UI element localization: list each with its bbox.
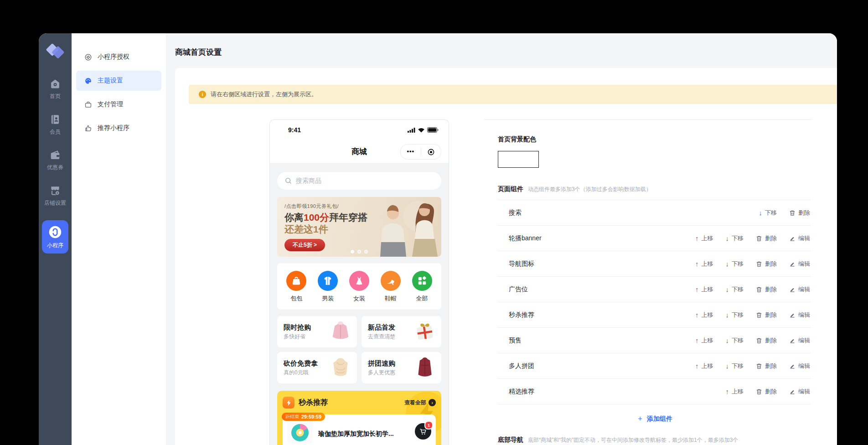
delete-action-button[interactable]: 删除 xyxy=(789,209,810,217)
flash-product-card[interactable]: 距结束 29:59:59 瑜伽垫加厚加宽加长初学... 1 xyxy=(283,414,436,445)
down-action-button[interactable]: ↓ 下移 xyxy=(726,336,744,345)
flash-bolt-icon xyxy=(283,397,294,409)
bg-color-swatch[interactable] xyxy=(498,151,539,168)
delete-action-button[interactable]: 删除 xyxy=(756,260,777,268)
down-action-button[interactable]: ↓ 下移 xyxy=(726,362,744,370)
action-label: 下移 xyxy=(732,234,744,243)
action-label: 下移 xyxy=(765,209,777,217)
sidebar-item-label: 首页 xyxy=(50,93,61,100)
category-item[interactable]: 全部 xyxy=(412,271,432,303)
sidebar-item-shop[interactable]: 店铺设置 xyxy=(39,185,72,207)
carousel-dot[interactable] xyxy=(364,250,368,254)
sidebar-item-label: 会员 xyxy=(50,128,61,136)
category-item[interactable]: 女装 xyxy=(349,271,369,303)
carousel-dot[interactable] xyxy=(357,250,361,254)
up-action-button[interactable]: ↑ 上移 xyxy=(695,362,713,370)
view-all-link[interactable]: 查看全部 › xyxy=(404,399,436,407)
edit-action-button[interactable]: 编辑 xyxy=(789,311,810,319)
up-action-button[interactable]: ↑ 上移 xyxy=(695,234,713,243)
edit-action-button[interactable]: 编辑 xyxy=(789,388,810,396)
component-row: 预售 ↑ 上移 ↓ 下移 删除 编辑 xyxy=(498,328,811,353)
down-action-button[interactable]: ↓ 下移 xyxy=(726,234,744,243)
category-label: 包包 xyxy=(290,295,302,303)
delete-action-button[interactable]: 删除 xyxy=(756,234,777,243)
up-action-button[interactable]: ↑ 上移 xyxy=(695,285,713,294)
product-title: 瑜伽垫加厚加宽加长初学... xyxy=(318,424,409,438)
edit-action-button[interactable]: 编辑 xyxy=(789,285,810,294)
grid-icon xyxy=(412,271,432,291)
action-label: 删除 xyxy=(765,234,777,243)
trash-icon xyxy=(756,363,762,369)
promo-card[interactable]: 砍价免费拿 真的0元哦 xyxy=(277,352,357,383)
menu-item-auth[interactable]: 小程序授权 xyxy=(76,47,161,67)
category-label: 男装 xyxy=(322,295,334,303)
search-icon xyxy=(284,177,292,185)
edit-action-button[interactable]: 编辑 xyxy=(789,336,810,345)
component-name: 广告位 xyxy=(509,285,695,294)
auth-icon xyxy=(84,53,92,61)
delete-action-button[interactable]: 删除 xyxy=(756,388,777,396)
carousel-banner[interactable]: /点击即领190元券礼包/ 你离100分拜年穿搭 还差这1件 不止5折 > xyxy=(277,197,441,257)
promo-card[interactable]: 限时抢购 多快好省 xyxy=(277,316,357,347)
sidebar-item-home[interactable]: 首页 xyxy=(39,78,72,100)
edit-action-button[interactable]: 编辑 xyxy=(789,260,810,268)
arrow-down-icon: ↓ xyxy=(726,235,729,242)
delete-action-button[interactable]: 删除 xyxy=(756,336,777,345)
action-label: 删除 xyxy=(765,285,777,294)
edit-action-button[interactable]: 编辑 xyxy=(789,362,810,370)
cart-button[interactable]: 1 xyxy=(415,423,431,440)
thumb-icon xyxy=(84,124,92,132)
category-item[interactable]: 包包 xyxy=(286,271,306,303)
sidebar-item-coupon[interactable]: 优惠券 xyxy=(39,149,72,171)
edit-action-button[interactable]: 编辑 xyxy=(789,234,810,243)
arrow-down-icon: ↓ xyxy=(726,363,729,369)
delete-action-button[interactable]: 删除 xyxy=(756,285,777,294)
arrow-down-icon: ↓ xyxy=(726,312,729,318)
close-capsule-button[interactable] xyxy=(421,145,441,159)
action-label: 删除 xyxy=(765,260,777,268)
up-action-button[interactable]: ↑ 上移 xyxy=(695,311,713,319)
edit-icon xyxy=(789,286,796,293)
shop-icon xyxy=(49,185,61,197)
sidebar-item-miniapp[interactable]: 小程序 xyxy=(42,220,68,254)
promo-card[interactable]: 新品首发 去查查清楚 xyxy=(362,316,441,347)
up-action-button[interactable]: ↑ 上移 xyxy=(695,336,713,345)
phone-nav-bar: 商城 ••• xyxy=(270,140,449,163)
promo-title: 限时抢购 xyxy=(284,323,311,331)
miniapp-icon xyxy=(48,225,62,239)
up-action-button[interactable]: ↑ 上移 xyxy=(726,388,744,396)
category-item[interactable]: 鞋帽 xyxy=(381,271,401,303)
menu-item-theme[interactable]: 主题设置 xyxy=(76,71,161,91)
palette-icon xyxy=(84,77,92,85)
delete-action-button[interactable]: 删除 xyxy=(756,311,777,319)
add-component-button[interactable]: ＋ 添加组件 xyxy=(636,414,672,424)
promo-card[interactable]: 拼团速购 多人更优惠 xyxy=(362,352,441,383)
more-button[interactable]: ••• xyxy=(401,145,421,159)
menu-item-label: 支付管理 xyxy=(98,100,123,109)
target-icon xyxy=(427,148,435,156)
arrow-up-icon: ↑ xyxy=(695,286,699,293)
banner-cta-button[interactable]: 不止5折 > xyxy=(284,239,325,251)
edit-icon xyxy=(789,363,796,369)
menu-item-recommend[interactable]: 推荐小程序 xyxy=(76,118,161,138)
down-action-button[interactable]: ↓ 下移 xyxy=(726,285,744,294)
down-action-button[interactable]: ↓ 下移 xyxy=(759,209,777,217)
search-input[interactable]: 搜索商品 xyxy=(277,172,441,190)
delete-action-button[interactable]: 删除 xyxy=(756,362,777,370)
edit-icon xyxy=(789,337,796,344)
carousel-dot[interactable] xyxy=(351,250,354,254)
sidebar-item-member[interactable]: 会员 xyxy=(39,114,72,136)
down-action-button[interactable]: ↓ 下移 xyxy=(726,260,744,268)
status-icons xyxy=(408,127,439,133)
down-action-button[interactable]: ↓ 下移 xyxy=(726,311,744,319)
banner-headline: 你离100分拜年穿搭 xyxy=(284,211,441,223)
trash-icon xyxy=(756,312,762,318)
trash-icon xyxy=(756,235,762,242)
action-label: 编辑 xyxy=(798,260,810,268)
action-label: 编辑 xyxy=(798,362,810,370)
status-time: 9:41 xyxy=(288,126,301,134)
up-action-button[interactable]: ↑ 上移 xyxy=(695,260,713,268)
page-title: 商城首页设置 xyxy=(166,33,837,58)
category-item[interactable]: 男装 xyxy=(318,271,338,303)
menu-item-payment[interactable]: 支付管理 xyxy=(76,94,161,114)
